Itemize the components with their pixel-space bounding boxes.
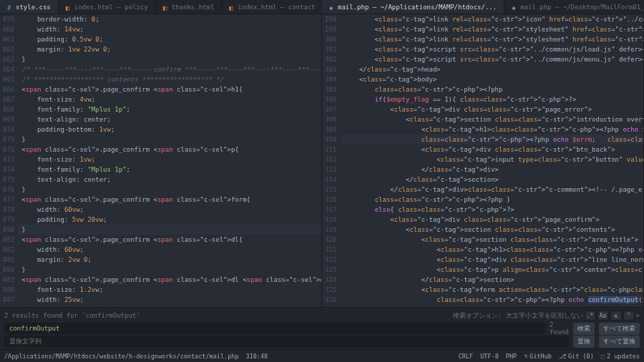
code-line[interactable]: <class="c-tag">script src=class="c-str">… bbox=[341, 54, 643, 64]
close-icon[interactable]: × bbox=[636, 312, 640, 319]
code-line[interactable]: <class="c-tag">div class=class="c-str">"… bbox=[341, 255, 643, 265]
find-input[interactable] bbox=[4, 323, 545, 334]
status-path[interactable]: /Applications/MAMP/htdocs/website/h-desi… bbox=[4, 353, 239, 360]
code-line[interactable]: <class="c-tag">h1>class=class="c-str">"c… bbox=[341, 245, 643, 255]
find-results-count: 2 results found for 'confirmOutput' bbox=[4, 312, 449, 319]
status-git[interactable]: ⎇Git (0) bbox=[559, 353, 594, 360]
code-line[interactable]: /* ****************** contents *********… bbox=[19, 74, 321, 84]
code-line[interactable]: width: 14vw; bbox=[19, 24, 321, 34]
code-line[interactable]: <class="c-tag">div class=class="c-str">"… bbox=[341, 215, 643, 225]
case-option[interactable]: Aa bbox=[597, 310, 609, 321]
code-line[interactable]: padding: 5vw 20vw; bbox=[19, 215, 321, 225]
code-line[interactable]: padding-bottom: 1vw; bbox=[19, 124, 321, 134]
replace-all-button[interactable]: すべて置換 bbox=[599, 336, 640, 348]
code-line[interactable]: <class="c-tag">h1>class=class="c-str">"c… bbox=[341, 124, 643, 134]
code-line[interactable]: /* ***-----***----***----***----- confir… bbox=[19, 64, 321, 74]
code-line[interactable]: font-size: 4vw; bbox=[19, 94, 321, 104]
status-updates[interactable]: ⬚2 updates bbox=[601, 353, 640, 360]
code-line[interactable]: <class="c-tag">link rel=class="c-str">"s… bbox=[341, 34, 643, 44]
code-line[interactable]: font-family: "Mplus 1p"; bbox=[19, 165, 321, 175]
code-line[interactable]: font-size: 1vw; bbox=[19, 155, 321, 165]
code-line[interactable]: class=class="c-str">"c-php"><?php echo $… bbox=[341, 134, 643, 145]
code-line[interactable]: width: 25vw; bbox=[19, 295, 321, 305]
tab[interactable]: ◆mail.php — ~/Desktop/MailForm01_mult... bbox=[504, 0, 644, 14]
code-line[interactable]: </class="c-tag">section> bbox=[341, 175, 643, 185]
code-line[interactable]: </class="c-tag">div>class=class="c-str">… bbox=[341, 185, 643, 195]
left-editor[interactable]: border-width: 0; width: 14vw; padding: 0… bbox=[19, 14, 321, 307]
code-line[interactable]: margin: 1vw 22vw 0; bbox=[19, 44, 321, 54]
code-line[interactable]: font-size: 1.2vw; bbox=[19, 285, 321, 295]
html-file-icon: ◧ bbox=[163, 4, 169, 10]
tab-label: mail.php — ~/Applications/MAMP/htdocs/..… bbox=[338, 4, 497, 11]
word-option[interactable]: " bbox=[623, 310, 635, 321]
find-button[interactable]: 検索 bbox=[573, 323, 595, 335]
code-line[interactable]: <class="c-tag">section class=class="c-st… bbox=[341, 225, 643, 235]
code-line[interactable]: <class="c-tag">input type=class="c-str">… bbox=[341, 155, 643, 165]
code-line[interactable]: width: 60vw; bbox=[19, 245, 321, 255]
code-line[interactable]: <class="c-tag">link rel=class="c-str">"s… bbox=[341, 24, 643, 34]
code-line[interactable]: if($empty_flag == 1){ class=class="c-str… bbox=[341, 94, 643, 104]
css-file-icon: # bbox=[7, 4, 13, 10]
html-file-icon: ◧ bbox=[229, 4, 235, 10]
status-encoding[interactable]: UTF-8 bbox=[480, 353, 499, 360]
tab-label: thanks.html bbox=[172, 4, 215, 11]
editor-split: 8598608618628638648658668678688698708718… bbox=[0, 14, 644, 307]
status-eol[interactable]: CRLF bbox=[459, 353, 473, 360]
code-line[interactable]: class=class="c-str">"c-php"><?php echo c… bbox=[341, 295, 643, 305]
code-line[interactable]: } bbox=[19, 265, 321, 275]
code-line[interactable]: <class="c-tag">script src=class="c-str">… bbox=[341, 44, 643, 54]
find-count: 2 found bbox=[550, 321, 569, 336]
code-line[interactable]: <span class="c-sel">.page_confirm <span … bbox=[19, 145, 321, 155]
code-line[interactable]: } bbox=[19, 185, 321, 195]
code-line[interactable]: <class="c-tag">div class=class="c-str">"… bbox=[341, 145, 643, 155]
right-editor[interactable]: <class="c-tag">link rel=class="c-str">"i… bbox=[341, 14, 643, 307]
code-line[interactable]: text-align: center; bbox=[19, 114, 321, 124]
status-grammar[interactable]: PHP bbox=[506, 353, 517, 360]
regex-option[interactable]: .* bbox=[585, 310, 596, 321]
tab[interactable]: ◆mail.php — ~/Applications/MAMP/htdocs/.… bbox=[322, 0, 504, 14]
code-line[interactable]: <span class="c-sel">.page_confirm <span … bbox=[19, 195, 321, 205]
code-line[interactable]: </class="c-tag">section> bbox=[341, 275, 643, 285]
tab[interactable]: #style.css bbox=[0, 0, 59, 14]
code-line[interactable]: else{ class=class="c-str">"c-php">?> bbox=[341, 205, 643, 215]
code-line[interactable]: } bbox=[19, 134, 321, 145]
code-line[interactable]: </class="c-tag">div> bbox=[341, 165, 643, 175]
left-pane: 8598608618628638648658668678688698708718… bbox=[0, 14, 322, 307]
replace-input[interactable] bbox=[4, 336, 569, 347]
selection-option[interactable]: ⇅ bbox=[610, 310, 622, 321]
tab[interactable]: ◧thanks.html bbox=[156, 0, 223, 14]
tab[interactable]: ◧index.html — policy bbox=[59, 0, 156, 14]
code-line[interactable]: </class="c-tag">head> bbox=[341, 64, 643, 74]
code-line[interactable]: padding: 0.5vw 0; bbox=[19, 34, 321, 44]
code-line[interactable]: <class="c-tag">section class=class="c-st… bbox=[341, 114, 643, 124]
code-line[interactable]: margin: 2vw 0; bbox=[19, 255, 321, 265]
php-file-icon: ◆ bbox=[329, 4, 335, 10]
code-line[interactable]: class=class="c-str">"c-php"><?php bbox=[341, 84, 643, 94]
tab-bar: #style.css◧index.html — policy◧thanks.ht… bbox=[0, 0, 644, 14]
code-line[interactable]: <class="c-tag">p align=class="c-str">"ce… bbox=[341, 265, 643, 275]
find-options-label: 検索オプション: 大文字小文字を区別しない .* Aa ⇅ " × bbox=[453, 310, 640, 321]
code-line[interactable]: <span class="c-sel">.page_confirm <span … bbox=[19, 235, 321, 245]
code-line[interactable]: } bbox=[19, 225, 321, 235]
status-cursor[interactable]: 310:48 bbox=[246, 353, 268, 360]
find-all-button[interactable]: すべて検索 bbox=[599, 323, 640, 335]
status-github[interactable]: ⌥GitHub bbox=[524, 353, 552, 360]
code-line[interactable]: class=class="c-str">"c-php"><?php } bbox=[341, 195, 643, 205]
code-line[interactable]: <class="c-tag">section class=class="c-st… bbox=[341, 235, 643, 245]
code-line[interactable]: <class="c-tag">form action=class="c-str"… bbox=[341, 285, 643, 295]
replace-button[interactable]: 置換 bbox=[573, 336, 595, 348]
code-line[interactable]: font-family: "Mplus 1p"; bbox=[19, 104, 321, 114]
tab-label: index.html — contact bbox=[238, 4, 315, 11]
code-line[interactable]: <class="c-tag">link rel=class="c-str">"i… bbox=[341, 14, 643, 24]
code-line[interactable]: <class="c-tag">div class=class="c-str">"… bbox=[341, 104, 643, 114]
php-file-icon: ◆ bbox=[512, 4, 517, 10]
code-line[interactable]: <class="c-tag">body> bbox=[341, 74, 643, 84]
code-line[interactable]: <span class="c-sel">.page_confirm <span … bbox=[19, 84, 321, 94]
code-line[interactable]: text-align: center; bbox=[19, 175, 321, 185]
code-line[interactable]: width: 60vw; bbox=[19, 205, 321, 215]
code-line[interactable]: border-width: 0; bbox=[19, 14, 321, 24]
tab-label: index.html — policy bbox=[74, 4, 148, 11]
code-line[interactable]: <span class="c-sel">.page_confirm <span … bbox=[19, 275, 321, 285]
tab[interactable]: ◧index.html — contact bbox=[222, 0, 322, 14]
code-line[interactable]: } bbox=[19, 54, 321, 64]
